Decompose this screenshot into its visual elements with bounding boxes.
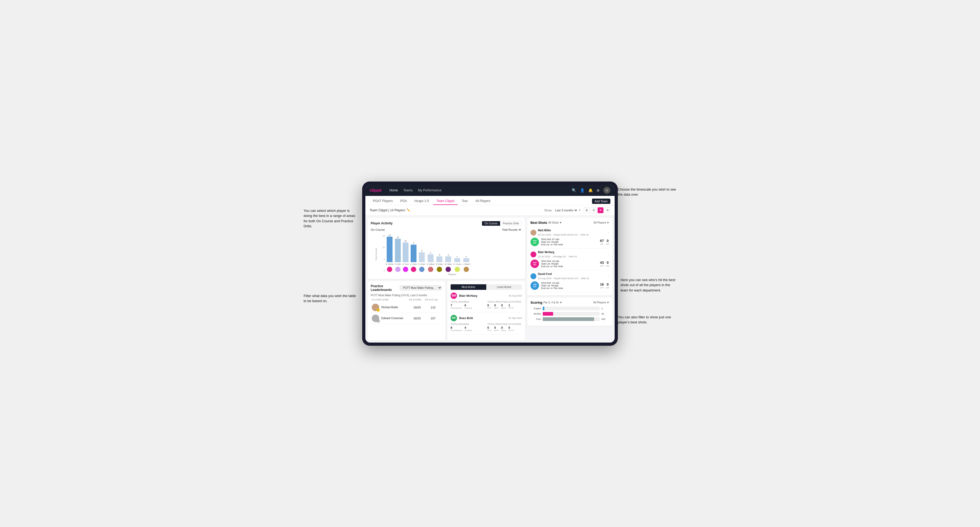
all-shots-filter[interactable]: All Shots ▼ <box>548 221 562 224</box>
activity-toggle: On Course Practice Drills <box>482 221 522 226</box>
active-player-avatar-1: BM <box>450 292 457 299</box>
chart-container: Total Rounds 15 10 5 0 <box>371 233 522 276</box>
y-axis-container: Total Rounds <box>371 233 381 276</box>
bar-value-3: 9 <box>413 242 414 244</box>
shot-dist-unit-1: yds <box>600 243 603 245</box>
chart-filter-select[interactable]: Total Rounds Shots <box>501 228 522 232</box>
on-course-toggle[interactable]: On Course <box>482 221 500 226</box>
nav-teams[interactable]: Teams <box>403 189 412 192</box>
tab-tour[interactable]: Tour <box>458 197 471 205</box>
leaderboard-filter[interactable]: PUTT Must Make Putting... <box>400 285 442 290</box>
practice-leaderboards-card: Practice Leaderboards PUTT Must Make Put… <box>368 281 445 340</box>
shot-arrow-2[interactable]: › <box>608 252 609 256</box>
nav-home[interactable]: Home <box>389 189 398 192</box>
scoring-players-filter[interactable]: All Players ▼ <box>593 301 609 304</box>
tab-team-clippd[interactable]: Team Clippd <box>433 197 458 205</box>
practice-val-1: 6 <box>465 304 472 307</box>
practice-drills-toggle[interactable]: Practice Drills <box>500 221 522 226</box>
bar-0[interactable] <box>387 237 393 262</box>
most-active-tab[interactable]: Most Active <box>450 284 486 290</box>
bar-3[interactable] <box>410 244 417 262</box>
shot-player-row-1: Matt Miller 09 Jun 2023 · Royal North De… <box>530 229 609 237</box>
bar-avatar-2 <box>403 267 408 272</box>
shot-distance-1: 67 yds <box>600 239 604 245</box>
grid-view-icon[interactable]: ⊞ <box>584 207 590 213</box>
app-val-1: 0 <box>494 304 498 307</box>
active-player-name-1: Blair McHarg <box>459 294 477 297</box>
bar-9[interactable] <box>463 258 469 262</box>
bar-6[interactable] <box>436 256 442 262</box>
bar-8[interactable] <box>454 258 460 262</box>
practice-activities-label-1: Total Practice Activities <box>487 300 522 303</box>
bar-value-5: 4 <box>430 252 431 254</box>
birdies-bar-fill <box>543 312 553 316</box>
plus-circle-icon[interactable]: ⊕ <box>597 188 600 192</box>
bar-value-7: 3 <box>448 254 449 256</box>
y-axis-label: Total Rounds <box>375 248 377 260</box>
users-icon[interactable]: 👤 <box>580 188 584 192</box>
shot-zero-unit-3: yds <box>606 286 609 289</box>
active-player-stats-2: Total Rounds 8 Tournament 4 <box>450 323 522 332</box>
settings-view-icon[interactable]: ⚙ <box>605 207 610 213</box>
bar-group-3: 9J. Coles <box>410 242 417 272</box>
putt-stat-2: 0 PUTT <box>508 326 514 332</box>
leaderboard-header: Practice Leaderboards PUTT Must Make Put… <box>371 284 442 292</box>
scoring-filter[interactable]: Par 3, 4 & 5s ▼ <box>544 301 562 304</box>
bell-icon[interactable]: 🔔 <box>588 188 593 192</box>
heart-view-icon[interactable]: ♥ <box>598 207 603 213</box>
list-view-icon[interactable]: ☰ <box>591 207 597 213</box>
avatar[interactable]: U <box>603 187 610 194</box>
shot-player-info-1: Matt Miller 09 Jun 2023 · Royal North De… <box>538 229 589 237</box>
shot-avatar-2 <box>530 252 536 257</box>
add-team-button[interactable]: Add Team <box>592 198 610 204</box>
chart-bars: 13B. McHarg12R. Britt10D. Ford9J. Coles5… <box>386 237 522 272</box>
all-players-filter[interactable]: All Players ▼ <box>593 221 609 224</box>
arg-val-2: 0 <box>501 326 506 329</box>
show-select[interactable]: Last 3 months Last 6 months Last month <box>554 208 578 212</box>
active-player-header-2: RB Rees Britt 02 Sep 2023 <box>450 315 522 321</box>
arg-val-1: 0 <box>501 304 506 307</box>
shot-avatar-1 <box>530 230 536 236</box>
chart-main: 15 10 5 0 13B. McHarg12R. Britt10D. Ford… <box>382 233 522 276</box>
bar-7[interactable] <box>445 256 451 262</box>
eagles-label: Eagles <box>530 307 541 310</box>
shot-badge-1: 200SG <box>530 238 539 246</box>
bottom-row: Practice Leaderboards PUTT Must Make Put… <box>368 281 525 340</box>
tab-pga[interactable]: PGA <box>397 197 410 205</box>
tournament-stat-1: 7 Tournament <box>450 304 462 309</box>
shot-detail-text-1: Shot Dist: 67 yds <box>541 238 598 241</box>
birdies-bar-container <box>543 312 600 316</box>
shot-course-1: 09 Jun 2023 <box>538 233 551 236</box>
player-activity-header: Player Activity On Course Practice Drill… <box>371 221 522 226</box>
pars-bar-fill <box>543 317 594 321</box>
search-icon[interactable]: 🔍 <box>572 188 576 192</box>
tab-pgat[interactable]: PGAT Players <box>370 197 396 205</box>
shot-course-name-2: Ashridge GC <box>553 255 567 258</box>
bar-5[interactable] <box>428 254 434 262</box>
edit-icon[interactable]: ✏️ <box>407 208 410 212</box>
active-player-date-1: 26 Aug 2023 <box>508 294 522 297</box>
bar-4[interactable] <box>419 252 425 262</box>
tab-all-players[interactable]: All Players <box>472 197 494 205</box>
bar-group-7: 3M. Miller <box>445 254 452 272</box>
bar-label-7: M. Miller <box>445 263 452 265</box>
shot-avatar-3 <box>530 273 536 279</box>
shot-arrow-3[interactable]: › <box>608 275 609 278</box>
eagles-bar-fill <box>543 306 544 310</box>
scoring-birdies-row: Birdies 96 <box>530 312 609 316</box>
tournament-label-2: Tournament <box>450 329 462 332</box>
shot-arrow-1[interactable]: › <box>608 231 609 235</box>
rounds-row-1: 7 Tournament 6 Practice <box>450 304 485 309</box>
tab-hcaps[interactable]: Hcaps 1-5 <box>411 197 432 205</box>
shot-info-1: Shot Dist: 67 yds Start Lie: Rough End L… <box>541 238 598 246</box>
pars-value: 499 <box>601 318 609 321</box>
least-active-tab[interactable]: Least Active <box>486 284 522 290</box>
nav-my-performance[interactable]: My Performance <box>418 189 442 192</box>
bar-2[interactable] <box>402 243 409 262</box>
bar-1[interactable] <box>395 239 401 262</box>
bar-group-5: 4G. Billingham <box>427 252 434 272</box>
rounds-row-2: 8 Tournament 4 Practice <box>450 326 485 332</box>
scoring-title: Scoring <box>530 301 542 305</box>
shot-info-2: Shot Dist: 43 yds Start Lie: Rough End L… <box>541 260 598 268</box>
bar-avatar-4 <box>419 267 425 272</box>
